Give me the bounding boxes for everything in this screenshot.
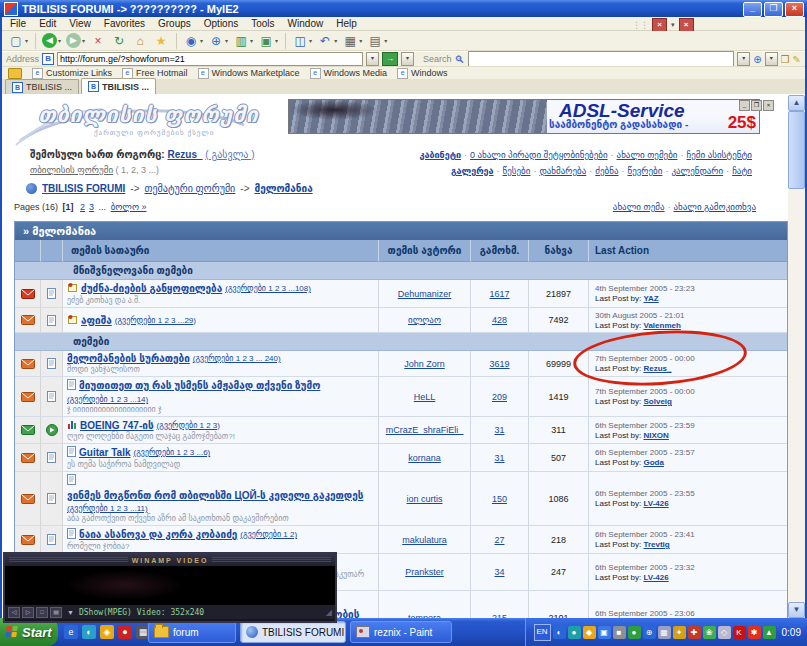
last-post-author-link[interactable]: LV-426 [643,573,668,582]
last-post-author-link[interactable]: Valenmeh [643,321,680,330]
header-last-action[interactable]: Last Action [589,240,787,262]
winamp-button-3[interactable]: □ [36,607,48,618]
tray-icon-8[interactable]: ▦ [658,626,671,639]
menu-item-favorites[interactable]: Favorites [104,18,145,29]
topic-author-link[interactable]: kornana [408,453,441,463]
topic-replies-link[interactable]: 209 [492,392,507,402]
username-link[interactable]: Rezus_ [167,149,202,160]
search-dropdown[interactable]: ▾ [737,52,750,66]
topic-pages-link[interactable]: (გვერდები 1 2 3 ...11) [67,504,148,513]
contacts-button[interactable]: ◉▾ [181,32,205,50]
tray-icon-12[interactable]: ◇ [718,626,731,639]
globe-button[interactable]: ⊕▾ [206,32,230,50]
last-post-author-link[interactable]: YAZ [643,294,658,303]
highlighter-icon[interactable]: ✎ [793,54,801,65]
action-link[interactable]: ახალი გამოკითხვა [673,202,756,212]
tray-icon-6[interactable]: ● [628,626,641,639]
header-replies[interactable]: გამოხმ. [471,240,529,262]
header-topic-title[interactable]: თემის სათაური [63,240,379,262]
breadcrumb-current-link[interactable]: მელომანია [254,183,312,194]
topic-author-link[interactable]: John Zorn [404,359,445,369]
screen-capture-button[interactable]: ▥▾ [231,32,255,50]
close-tab-button[interactable]: × [652,18,667,32]
close-button[interactable]: × [785,2,804,17]
tray-icon-7[interactable]: ⊕ [643,626,656,639]
topic-author-link[interactable]: Prankster [405,567,444,577]
topic-author-link[interactable]: ion curtis [406,494,442,504]
forum-link[interactable]: თბილისის ფორუმი [30,165,113,175]
address-dropdown[interactable]: ▾ [366,52,379,66]
topic-title-link[interactable]: მიუთითეთ თუ რას უსმენს ამჟამად თქვენი ზუ… [79,380,320,391]
topic-replies-link[interactable]: 31 [494,425,504,435]
tray-icon-4[interactable]: ▣ [598,626,611,639]
links-bar-item[interactable]: eFree Hotmail [122,68,188,79]
topic-replies-link[interactable]: 27 [494,535,504,545]
menu-item-file[interactable]: File [10,18,26,29]
winamp-title-bar[interactable]: WINAMP VIDEO [5,554,335,566]
topic-author-link[interactable]: HeLL [414,392,436,402]
topic-title-link[interactable]: ნაია ასანოვა და კორა კობაიძე [79,529,237,540]
tray-icon-10[interactable]: ✚ [688,626,701,639]
stop-button[interactable]: × [88,32,108,50]
task-button-2[interactable]: TBILISIS FORUMI -> ?... [240,621,346,643]
menu-item-window[interactable]: Window [288,18,324,29]
images-button[interactable]: ▣▾ [256,32,280,50]
topic-pages-link[interactable]: (გვერდები 1 2 3 ...108) [225,284,311,293]
tray-icon-9[interactable]: ✦ [673,626,686,639]
vertical-scrollbar[interactable]: ▲ ▼ [788,95,805,618]
quicklink[interactable]: ჩატი [732,166,752,176]
tray-icon-1[interactable]: ◐ [553,626,566,639]
scrollbar-thumb[interactable] [788,111,805,189]
quicklink[interactable]: წევრები [627,166,662,176]
tray-icon-13[interactable]: K [733,626,746,639]
breadcrumb-root-link[interactable]: TBILISIS FORUMI [42,183,125,194]
menu-item-options[interactable]: Options [204,18,238,29]
menu-item-help[interactable]: Help [336,18,357,29]
quicklink[interactable]: წესები [503,166,531,176]
winamp-button-4[interactable]: ▤ [50,607,62,618]
last-post-author-link[interactable]: LV-426 [643,499,668,508]
quicklink[interactable]: კალენდარი [671,166,723,176]
last-post-author-link[interactable]: Trevtig [643,540,669,549]
quicklink[interactable]: დახმარება [539,166,586,176]
topic-replies-link[interactable]: 3619 [489,359,509,369]
topic-title-link[interactable]: აფიშა [81,315,112,326]
topic-replies-link[interactable]: 31 [494,453,504,463]
address-input[interactable] [57,52,363,66]
links-bar-item[interactable]: eWindows [397,68,448,79]
back-button[interactable]: ◀▾ [40,32,63,50]
forum-pages[interactable]: ( 1, 2, 3 ...) [116,165,160,175]
menu-item-tools[interactable]: Tools [251,18,274,29]
scrollbar-up-button[interactable]: ▲ [788,95,805,111]
quicklink[interactable]: ახალი თემები [617,150,678,160]
topic-title-link[interactable]: BOEING 747-ის [80,420,154,431]
topic-replies-link[interactable]: 428 [492,315,507,325]
go-dropdown[interactable]: ▾ [401,52,414,66]
globe-icon[interactable]: ⊕ [753,54,761,65]
minimize-button[interactable]: _ [743,2,762,17]
tray-icon-14[interactable]: ✱ [748,626,761,639]
home-button[interactable]: ⌂ [130,32,150,50]
grid-view-button[interactable]: ▦▾ [340,32,364,50]
favorites-button[interactable]: ★ [151,32,171,50]
header-topic-author[interactable]: თემის ავტორი [379,240,471,262]
topic-pages-link[interactable]: (გვერდები 1 2 3 ... 240) [193,354,281,363]
page-number-link[interactable]: 3 [89,202,94,212]
winamp-button-2[interactable]: ▷ [22,607,34,618]
topic-title-link[interactable]: ძუძნა-ძიების განყოფილება [81,283,222,294]
close-all-button[interactable]: × [679,18,694,32]
split-window-button[interactable]: ◫▾ [290,32,314,50]
page-number-link[interactable]: 2 [80,202,85,212]
media-player-icon[interactable]: ● [118,625,132,639]
topic-pages-link[interactable]: (გვერდები 1 2 3) [157,421,220,430]
winamp-video-window[interactable]: WINAMP VIDEO ◁▷□▤ ▼ DShow(MPEG) Video: 3… [3,552,337,623]
topic-replies-link[interactable]: 150 [492,494,507,504]
topic-replies-link[interactable]: 34 [494,567,504,577]
topic-pages-link[interactable]: (გვერდები 1 2 3 ...14) [67,395,148,404]
winamp-button-1[interactable]: ◁ [8,607,20,618]
last-post-author-link[interactable]: NIXON [643,431,668,440]
quicklink[interactable]: ჩემი ასისტენტი [687,150,752,160]
tab-tbilisis-2-active[interactable]: B TBILISIS ... [81,78,156,94]
breadcrumb-section-link[interactable]: თემატური ფორუმი [145,183,236,194]
scrollbar-down-button[interactable]: ▼ [788,602,805,618]
